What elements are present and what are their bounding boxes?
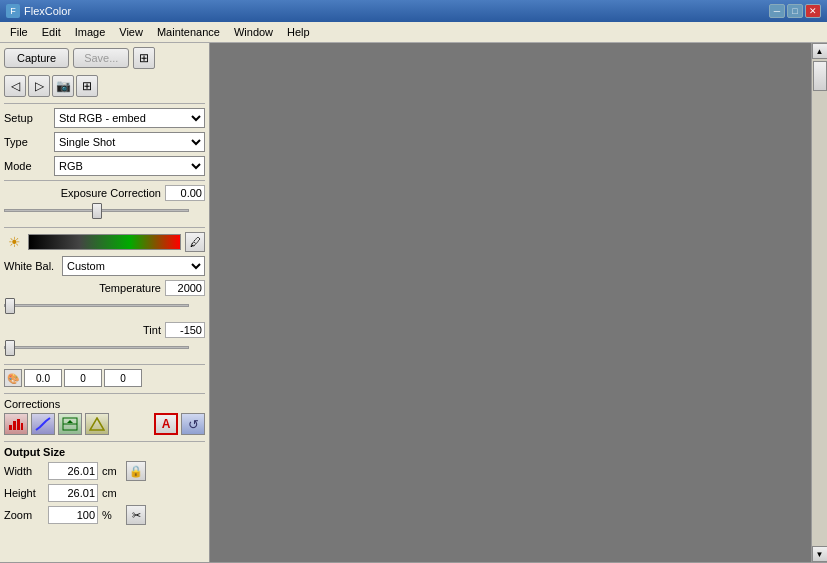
maximize-button[interactable]: □ [787,4,803,18]
title-bar: F FlexColor ─ □ ✕ [0,0,827,22]
lock-icon-button[interactable]: 🔒 [126,461,146,481]
height-label: Height [4,487,44,499]
temperature-input[interactable] [165,280,205,296]
color-bar [28,234,181,250]
nav-row: ◁ ▷ 📷 ⊞ [4,75,205,97]
zoom-row: Zoom % ✂ [4,505,205,525]
tint-slider-container [4,340,205,356]
white-bal-label: White Bal. [4,260,62,272]
minimize-button[interactable]: ─ [769,4,785,18]
scroll-down-button[interactable]: ▼ [812,546,828,562]
scroll-thumb[interactable] [813,61,827,91]
tint-row: Tint [4,322,205,338]
green-channel-input[interactable] [64,369,102,387]
width-row: Width cm 🔒 [4,461,205,481]
menu-bar: File Edit Image View Maintenance Window … [0,22,827,43]
setup-label: Setup [4,112,54,124]
hsl-button[interactable] [85,413,109,435]
temperature-slider-container [4,298,205,314]
height-row: Height cm [4,484,205,502]
white-bal-select[interactable]: Custom [62,256,205,276]
levels-button[interactable] [58,413,82,435]
width-input[interactable] [48,462,98,480]
scroll-up-button[interactable]: ▲ [812,43,828,59]
svg-rect-0 [9,425,12,430]
menu-file[interactable]: File [4,24,34,40]
grid-icon-button[interactable]: ⊞ [133,47,155,69]
menu-edit[interactable]: Edit [36,24,67,40]
curves-button[interactable] [31,413,55,435]
width-unit: cm [102,465,122,477]
temperature-slider[interactable] [4,298,189,312]
exposure-slider-container [4,203,205,219]
tint-label: Tint [4,324,165,336]
window-title: FlexColor [24,5,71,17]
forward-button[interactable]: ▷ [28,75,50,97]
height-input[interactable] [48,484,98,502]
svg-rect-1 [13,421,16,430]
zoom-unit: % [102,509,122,521]
setup-select[interactable]: Std RGB - embed [54,108,205,128]
temperature-label: Temperature [4,282,165,294]
zoom-input[interactable] [48,506,98,524]
divider-5 [4,393,205,394]
corrections-row: A ↺ [4,413,205,435]
svg-marker-6 [67,420,73,423]
output-size-label: Output Size [4,446,205,458]
menu-view[interactable]: View [113,24,149,40]
canvas-content [210,43,811,562]
text-a-button[interactable]: A [154,413,178,435]
svg-marker-7 [90,418,104,430]
white-bal-row: White Bal. Custom [4,256,205,276]
channel-icon: 🎨 [4,369,22,387]
type-label: Type [4,136,54,148]
save-button[interactable]: Save... [73,48,129,68]
corrections-label: Corrections [4,398,205,410]
menu-help[interactable]: Help [281,24,316,40]
divider-1 [4,103,205,104]
svg-rect-3 [21,423,23,430]
menu-image[interactable]: Image [69,24,112,40]
svg-rect-2 [17,419,20,430]
tint-input[interactable] [165,322,205,338]
color-bar-row: ☀ 🖊 [4,232,205,252]
zoom-label: Zoom [4,509,44,521]
height-unit: cm [102,487,122,499]
exposure-label: Exposure Correction [4,187,165,199]
temperature-row: Temperature [4,280,205,296]
divider-3 [4,227,205,228]
canvas-area [210,43,811,562]
main-container: Capture Save... ⊞ ◁ ▷ 📷 ⊞ Setup Std RGB … [0,43,827,562]
left-panel: Capture Save... ⊞ ◁ ▷ 📷 ⊞ Setup Std RGB … [0,43,210,562]
capture-button[interactable]: Capture [4,48,69,68]
vertical-scrollbar: ▲ ▼ [811,43,827,562]
rgb-channels-row: 🎨 [4,369,205,387]
width-label: Width [4,465,44,477]
back-button[interactable]: ◁ [4,75,26,97]
mode-select[interactable]: RGB [54,156,205,176]
histogram-button[interactable] [4,413,28,435]
eyedropper-button[interactable]: 🖊 [185,232,205,252]
type-select[interactable]: Single Shot [54,132,205,152]
menu-window[interactable]: Window [228,24,279,40]
menu-maintenance[interactable]: Maintenance [151,24,226,40]
camera-button[interactable]: 📷 [52,75,74,97]
tint-slider[interactable] [4,340,189,354]
capture-save-row: Capture Save... ⊞ [4,47,205,69]
exposure-input[interactable] [165,185,205,201]
reset-button[interactable]: ↺ [181,413,205,435]
close-button[interactable]: ✕ [805,4,821,18]
scroll-track[interactable] [812,59,828,546]
blue-channel-input[interactable] [104,369,142,387]
setup-row: Setup Std RGB - embed [4,108,205,128]
exposure-row: Exposure Correction [4,185,205,201]
crop-icon-button[interactable]: ✂ [126,505,146,525]
mode-row: Mode RGB [4,156,205,176]
divider-2 [4,180,205,181]
app-icon: F [6,4,20,18]
grid-view-button[interactable]: ⊞ [76,75,98,97]
sun-icon: ☀ [4,232,24,252]
red-channel-input[interactable] [24,369,62,387]
type-row: Type Single Shot [4,132,205,152]
exposure-slider[interactable] [4,203,189,217]
